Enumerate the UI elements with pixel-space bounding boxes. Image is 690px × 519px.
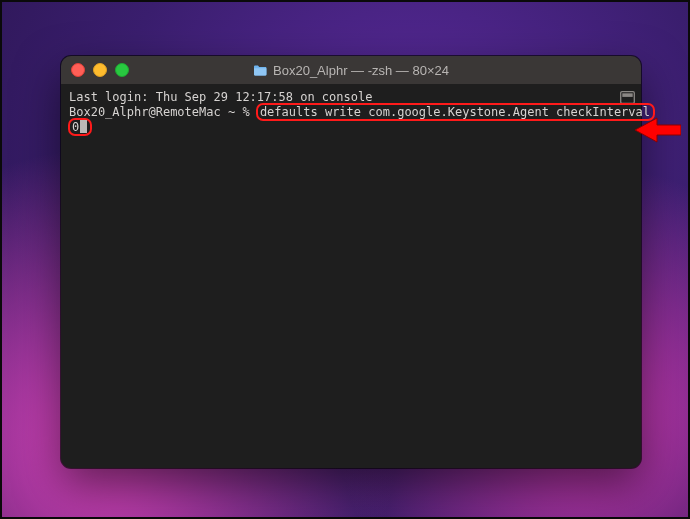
prompt-user-host: Box20_Alphr@RemoteMac bbox=[69, 105, 221, 119]
red-callout-arrow bbox=[635, 116, 681, 144]
prompt-line: Box20_Alphr@RemoteMac ~ % defaults write… bbox=[69, 105, 633, 120]
text-cursor bbox=[80, 120, 87, 133]
command-continuation-line: 0 bbox=[69, 120, 633, 135]
prompt-path: ~ bbox=[228, 105, 235, 119]
close-button[interactable] bbox=[71, 63, 85, 77]
command-text-1: defaults write com.google.Keystone.Agent… bbox=[260, 105, 650, 119]
svg-marker-2 bbox=[635, 118, 681, 142]
window-title: Box20_Alphr — -zsh — 80×24 bbox=[61, 63, 641, 78]
desktop-background: Box20_Alphr — -zsh — 80×24 Last login: T… bbox=[0, 0, 690, 519]
terminal-window: Box20_Alphr — -zsh — 80×24 Last login: T… bbox=[61, 56, 641, 468]
titlebar[interactable]: Box20_Alphr — -zsh — 80×24 bbox=[61, 56, 641, 84]
terminal-content[interactable]: Last login: Thu Sep 29 12:17:58 on conso… bbox=[61, 84, 641, 143]
window-title-text: Box20_Alphr — -zsh — 80×24 bbox=[273, 63, 449, 78]
folder-icon bbox=[253, 65, 267, 76]
window-controls bbox=[71, 63, 129, 77]
command-text-2: 0 bbox=[72, 120, 79, 134]
command-highlight-2: 0 bbox=[68, 118, 92, 136]
zoom-button[interactable] bbox=[115, 63, 129, 77]
command-highlight-1: defaults write com.google.Keystone.Agent… bbox=[256, 103, 655, 121]
minimize-button[interactable] bbox=[93, 63, 107, 77]
prompt-symbol: % bbox=[242, 105, 249, 119]
